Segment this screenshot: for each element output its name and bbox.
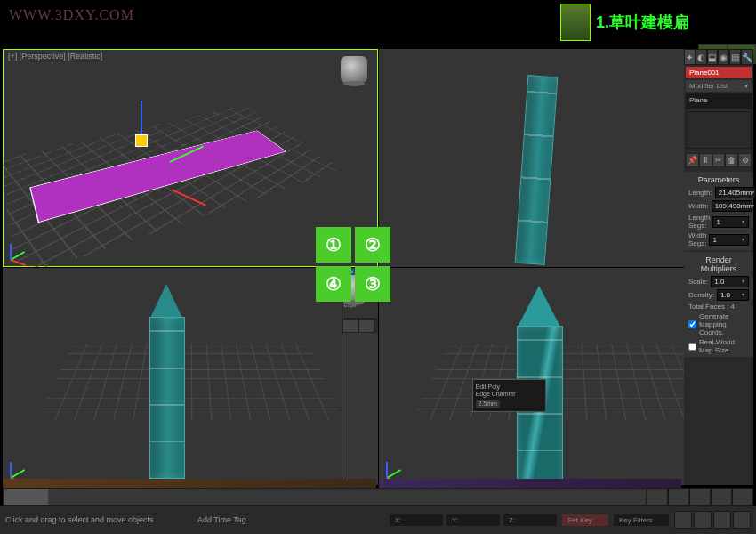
orbit-icon[interactable]	[713, 511, 731, 529]
real-world-label: Real-World Map Size	[699, 338, 749, 354]
tooltip-line: Edit Poly	[476, 384, 543, 390]
marker-3: ③	[355, 266, 390, 302]
stack-display[interactable]	[686, 111, 752, 149]
parameters-rollout: Parameters Length: 21.405mm Width: 109.4…	[684, 172, 753, 250]
x-coord-field[interactable]: X:	[390, 514, 443, 526]
viewport-nav-controls[interactable]	[674, 511, 751, 529]
configure-icon[interactable]: ⚙	[738, 153, 752, 167]
pin-stack-icon[interactable]: 📌	[686, 153, 699, 167]
command-tabs[interactable]: ✦ ◐ ⬓ ◉ ▤ 🔧	[684, 49, 753, 65]
world-axes-icon	[386, 451, 413, 478]
step-markers: ① ② ④ ③	[316, 227, 390, 302]
set-key-button[interactable]: Set Key	[562, 514, 608, 526]
y-coord-field[interactable]: Y:	[446, 514, 500, 526]
home-grid	[36, 343, 344, 419]
scale-label: Scale:	[688, 278, 708, 286]
modify-tab-icon[interactable]: ◐	[696, 49, 707, 65]
viewport-label[interactable]: [+] [Perspective] [Realistic]	[8, 52, 102, 61]
track-bar[interactable]	[3, 479, 376, 488]
zoom-icon[interactable]	[694, 511, 712, 529]
maximize-icon[interactable]	[733, 511, 751, 529]
leaf-tip	[149, 284, 183, 320]
world-axes-icon	[10, 233, 36, 260]
command-panel: ✦ ◐ ⬓ ◉ ▤ 🔧 Plane001 Modifier List▾ Plan…	[684, 49, 753, 485]
playback-buttons[interactable]	[647, 488, 753, 506]
goto-end-icon[interactable]	[732, 488, 753, 506]
tooltip-line: Edge Chamfer	[476, 391, 543, 397]
length-label: Length:	[688, 189, 712, 197]
leaf-geometry[interactable]	[514, 75, 558, 265]
render-mult-rollout: Render Multipliers Scale: 1.0 Density: 1…	[684, 252, 753, 357]
tooltip-value[interactable]: 2.5mm	[476, 400, 500, 408]
length-segs-spinner[interactable]: 1	[712, 216, 749, 228]
show-end-result-icon[interactable]: Ⅱ	[699, 153, 712, 167]
create-tab-icon[interactable]: ✦	[684, 49, 696, 65]
utilities-tab-icon[interactable]: 🔧	[741, 49, 753, 65]
density-label: Density:	[688, 291, 714, 299]
gizmo-z-axis[interactable]	[141, 101, 142, 138]
leaf-geometry[interactable]	[149, 317, 185, 479]
width-segs-spinner[interactable]: 1	[709, 234, 749, 246]
make-unique-icon[interactable]: ✂	[712, 153, 726, 167]
time-slider-track[interactable]	[3, 488, 647, 506]
modifier-stack[interactable]: Plane	[686, 93, 752, 109]
z-coord-field[interactable]: Z:	[503, 514, 557, 526]
total-faces-label: Total Faces : 4	[688, 303, 749, 311]
marker-2: ②	[355, 227, 390, 263]
next-frame-icon[interactable]	[711, 488, 732, 506]
motion-tab-icon[interactable]: ◉	[718, 49, 729, 65]
chevron-down-icon: ▾	[744, 82, 748, 90]
gen-mapping-label: Generate Mapping Coords.	[699, 312, 749, 336]
track-bar[interactable]	[379, 479, 681, 488]
rollout-header[interactable]: Render Multipliers	[686, 254, 752, 275]
step-title: 1.草叶建模扁	[596, 12, 689, 33]
real-world-checkbox[interactable]	[688, 343, 696, 351]
width-label: Width:	[688, 202, 709, 210]
object-name-field[interactable]: Plane001	[686, 67, 752, 78]
viewcube[interactable]	[341, 56, 367, 83]
display-tab-icon[interactable]: ▤	[729, 49, 741, 65]
watermark-text: WWW.3DXY.COM	[9, 7, 134, 23]
gen-mapping-checkbox[interactable]	[688, 320, 696, 328]
prev-frame-icon[interactable]	[668, 488, 689, 506]
time-slider[interactable]	[3, 488, 753, 506]
add-time-tag[interactable]: Add Time Tag	[197, 515, 384, 524]
marker-4: ④	[316, 266, 351, 302]
marker-1: ①	[316, 227, 351, 263]
density-spinner[interactable]: 1.0	[717, 289, 749, 301]
transform-type-in: X: Y: Z:	[390, 514, 557, 526]
status-bar: Click and drag to select and move object…	[0, 506, 756, 534]
step-thumbnail	[560, 4, 591, 41]
width-spinner[interactable]: 109.498mm	[712, 200, 752, 212]
scale-spinner[interactable]: 1.0	[711, 276, 749, 287]
length-spinner[interactable]: 21.405mm	[715, 187, 756, 198]
length-segs-label: Length Segs:	[688, 214, 710, 230]
key-filters-button[interactable]: Key Filters	[614, 514, 669, 526]
tutorial-header: 1.草叶建模扁	[560, 0, 756, 44]
remove-modifier-icon[interactable]: 🗑	[725, 153, 738, 167]
modifier-list-dropdown[interactable]: Modifier List▾	[686, 80, 752, 92]
status-prompt: Click and drag to select and move object…	[5, 515, 192, 524]
pan-icon[interactable]	[674, 511, 692, 529]
hierarchy-tab-icon[interactable]: ⬓	[707, 49, 719, 65]
play-icon[interactable]	[689, 488, 711, 506]
stack-tools[interactable]: 📌 Ⅱ ✂ 🗑 ⚙	[684, 150, 753, 170]
home-grid	[412, 343, 720, 419]
rollout-header[interactable]: Parameters	[686, 174, 752, 186]
world-axes-icon	[10, 451, 36, 478]
caddies-tooltip[interactable]: Edit Poly Edge Chamfer 2.5mm	[472, 379, 546, 412]
width-segs-label: Width Segs:	[688, 231, 706, 247]
gizmo-center[interactable]	[135, 134, 148, 147]
goto-start-icon[interactable]	[647, 488, 668, 506]
leaf-tip	[517, 286, 561, 328]
